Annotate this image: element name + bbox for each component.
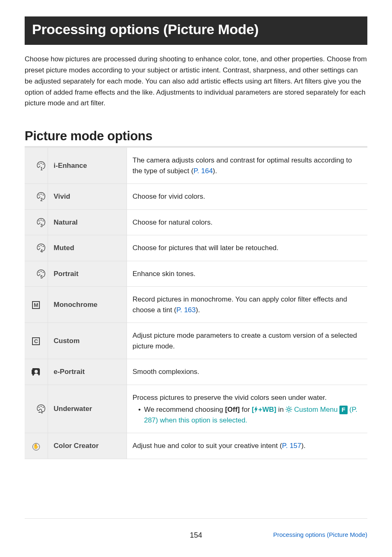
colorcreator-icon: ✋ [25, 433, 48, 459]
section-heading: Picture mode options [25, 129, 367, 144]
svg-line-26 [286, 411, 287, 412]
svg-point-0 [38, 163, 39, 165]
svg-point-3 [38, 195, 39, 196]
table-row: 2 Vivid Choose for vivid colors. [25, 184, 367, 210]
mode-name: Natural [48, 209, 127, 235]
mode-name: Muted [48, 235, 127, 261]
svg-line-27 [291, 407, 291, 408]
palette4-icon: 4 [25, 235, 48, 261]
mode-desc: Choose for vivid colors. [127, 184, 367, 210]
page-link[interactable]: P. 163 [176, 306, 196, 314]
mode-desc: Choose for pictures that will later be r… [127, 235, 367, 261]
mode-desc: Adjust picture mode parameters to create… [127, 323, 367, 359]
mode-desc: Record pictures in monochrome. You can a… [127, 287, 367, 323]
underwater-icon [25, 385, 48, 433]
mode-desc: Enhance skin tones. [127, 261, 367, 287]
palette5-icon: 5 [25, 261, 48, 287]
table-row: 5 Portrait Enhance skin tones. [25, 261, 367, 287]
svg-point-5 [42, 195, 44, 196]
bullet-icon: • [138, 404, 141, 425]
table-row: C Custom Adjust picture mode parameters … [25, 323, 367, 359]
page-title: Processing options (Picture Mode) [32, 21, 360, 37]
svg-point-11 [42, 246, 44, 247]
mode-name: Custom [48, 323, 127, 359]
mode-desc: Adjust hue and color to suit your creati… [127, 433, 367, 459]
flash-wb-link[interactable]: [+WB] [252, 406, 277, 413]
mode-desc: Choose for natural colors. [127, 209, 367, 235]
palette1-icon: 1 [25, 148, 48, 184]
svg-line-25 [291, 411, 291, 412]
svg-point-17 [40, 406, 42, 407]
table-row: 4 Muted Choose for pictures that will la… [25, 235, 367, 261]
svg-point-15 [35, 370, 38, 373]
svg-point-4 [40, 194, 42, 195]
svg-point-1 [40, 162, 42, 164]
table-row: ✋ Color Creator Adjust hue and color to … [25, 433, 367, 459]
menu-f-badge: F [339, 406, 347, 414]
picture-mode-table: 1 i-Enhance The camera adjusts colors an… [25, 148, 367, 459]
svg-point-8 [42, 220, 44, 221]
mode-desc: Smooth complexions. [127, 359, 367, 385]
svg-point-10 [40, 245, 42, 246]
svg-point-2 [42, 163, 44, 165]
table-row: M Monochrome Record pictures in monochro… [25, 287, 367, 323]
table-row: e-Portrait Smooth complexions. [25, 359, 367, 385]
eportrait-icon [25, 359, 48, 385]
mode-desc: Process pictures to preserve the vivid c… [127, 385, 367, 433]
page-link[interactable]: P. 157 [282, 442, 301, 450]
svg-point-14 [42, 272, 44, 273]
mode-name: Underwater [48, 385, 127, 433]
table-row: Underwater Process pictures to preserve … [25, 385, 367, 433]
svg-point-7 [40, 219, 42, 220]
table-row: 3 Natural Choose for natural colors. [25, 209, 367, 235]
monochrome-icon: M [25, 287, 48, 323]
custom-menu-link[interactable]: Custom Menu F [286, 406, 347, 413]
svg-point-6 [38, 220, 39, 221]
mode-name: Portrait [48, 261, 127, 287]
svg-point-16 [38, 407, 39, 408]
svg-point-13 [40, 271, 42, 272]
mode-name: Vivid [48, 184, 127, 210]
svg-point-9 [38, 246, 39, 247]
palette2-icon: 2 [25, 184, 48, 210]
breadcrumb-link[interactable]: Processing options (Picture Mode) [273, 531, 367, 538]
mode-name: Monochrome [48, 287, 127, 323]
table-row: 1 i-Enhance The camera adjusts colors an… [25, 148, 367, 184]
mode-desc: The camera adjusts colors and contrast f… [127, 148, 367, 184]
mode-name: i-Enhance [48, 148, 127, 184]
custom-icon: C [25, 323, 48, 359]
page-link[interactable]: P. 164 [194, 167, 213, 175]
mode-name: e-Portrait [48, 359, 127, 385]
svg-point-19 [288, 408, 290, 411]
svg-point-12 [38, 272, 39, 273]
page-footer: 154 Processing options (Picture Mode) [25, 518, 367, 540]
palette3-icon: 3 [25, 209, 48, 235]
intro-paragraph: Choose how pictures are processed during… [25, 54, 367, 109]
page-title-bar: Processing options (Picture Mode) [25, 16, 367, 45]
svg-point-18 [42, 407, 44, 408]
mode-name: Color Creator [48, 433, 127, 459]
svg-line-24 [286, 407, 287, 408]
